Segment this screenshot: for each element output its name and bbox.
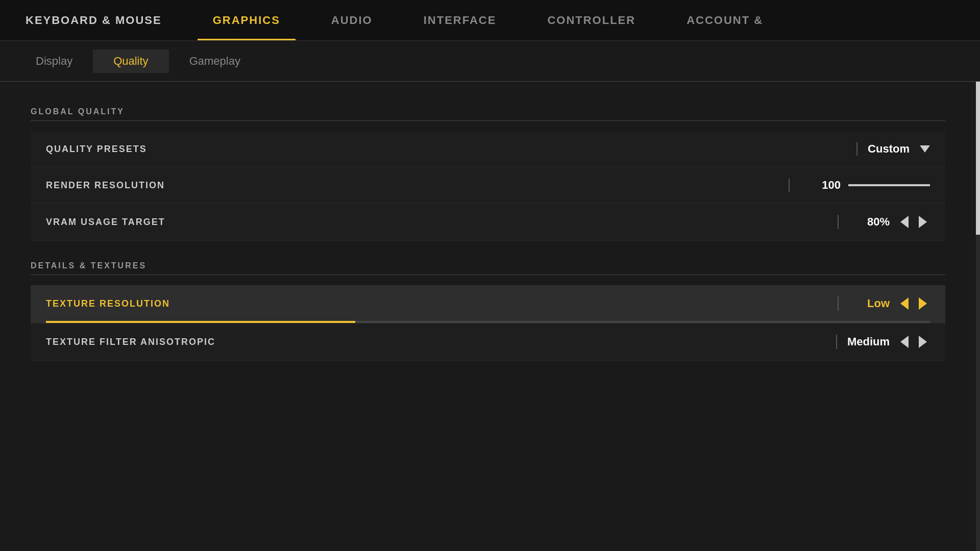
texture-filter-arrow-right-icon bbox=[919, 336, 927, 348]
quality-presets-control: Custom bbox=[726, 142, 930, 156]
texture-resolution-arrow-right-btn[interactable] bbox=[916, 296, 930, 311]
vram-label: VRAM USAGE TARGET bbox=[46, 217, 165, 228]
quality-presets-value: Custom bbox=[868, 142, 910, 156]
setting-row-vram: VRAM USAGE TARGET 80% bbox=[31, 204, 945, 241]
arrow-right-yellow-icon bbox=[919, 297, 927, 310]
texture-resolution-bar bbox=[46, 321, 930, 323]
render-resolution-label: RENDER RESOLUTION bbox=[46, 180, 165, 191]
section-details-textures: DETAILS & TEXTURES bbox=[31, 261, 945, 275]
arrow-right-icon bbox=[919, 216, 927, 228]
settings-panel: GLOBAL QUALITY QUALITY PRESETS Custom RE… bbox=[0, 82, 976, 551]
render-resolution-track[interactable] bbox=[848, 184, 930, 186]
sub-tabs: Display Quality Gameplay bbox=[0, 41, 980, 82]
scrollbar-thumb[interactable] bbox=[976, 82, 980, 235]
nav-graphics[interactable]: GRAPHICS bbox=[187, 0, 306, 40]
tab-gameplay[interactable]: Gameplay bbox=[169, 49, 261, 73]
tab-quality[interactable]: Quality bbox=[93, 49, 168, 73]
top-nav: KEYBOARD & MOUSE GRAPHICS AUDIO INTERFAC… bbox=[0, 0, 980, 41]
texture-resolution-bar-fill bbox=[46, 321, 355, 323]
vram-arrow-right-btn[interactable] bbox=[916, 215, 930, 229]
scrollbar-track[interactable] bbox=[976, 82, 980, 551]
nav-account[interactable]: ACCOUNT & bbox=[661, 0, 789, 40]
texture-resolution-label: TEXTURE RESOLUTION bbox=[46, 298, 170, 309]
vram-control: 80% bbox=[726, 215, 930, 229]
dropdown-arrow-icon[interactable] bbox=[920, 145, 930, 153]
texture-filter-label: TEXTURE FILTER ANISOTROPIC bbox=[46, 337, 215, 347]
quality-presets-dropdown[interactable]: Custom bbox=[856, 142, 930, 156]
quality-presets-label: QUALITY PRESETS bbox=[46, 144, 147, 155]
arrow-left-yellow-icon bbox=[900, 297, 909, 310]
vram-arrow-controls bbox=[897, 215, 930, 229]
nav-audio[interactable]: AUDIO bbox=[306, 0, 398, 40]
vram-arrow-left-btn[interactable] bbox=[897, 215, 912, 229]
texture-filter-value: Medium bbox=[847, 335, 890, 348]
main-content: GLOBAL QUALITY QUALITY PRESETS Custom RE… bbox=[0, 82, 980, 551]
nav-interface[interactable]: INTERFACE bbox=[398, 0, 522, 40]
render-resolution-fill bbox=[848, 184, 930, 186]
setting-row-texture-resolution: TEXTURE RESOLUTION Low bbox=[31, 285, 945, 323]
setting-row-quality-presets: QUALITY PRESETS Custom bbox=[31, 131, 945, 167]
texture-resolution-value: Low bbox=[849, 297, 890, 310]
render-resolution-control: 100 bbox=[726, 179, 930, 192]
setting-row-render-resolution: RENDER RESOLUTION 100 bbox=[31, 167, 945, 204]
texture-filter-arrow-right-btn[interactable] bbox=[916, 335, 930, 349]
texture-filter-arrow-left-icon bbox=[900, 336, 909, 348]
texture-filter-arrow-left-btn[interactable] bbox=[897, 335, 912, 349]
vram-value: 80% bbox=[849, 215, 890, 229]
nav-controller[interactable]: CONTROLLER bbox=[522, 0, 661, 40]
render-resolution-value: 100 bbox=[800, 179, 841, 192]
setting-row-texture-filter: TEXTURE FILTER ANISOTROPIC Medium bbox=[31, 323, 945, 361]
texture-resolution-arrows bbox=[897, 296, 930, 311]
arrow-left-icon bbox=[900, 216, 909, 228]
nav-keyboard-mouse[interactable]: KEYBOARD & MOUSE bbox=[0, 0, 187, 40]
section-global-quality: GLOBAL QUALITY bbox=[31, 107, 945, 121]
texture-resolution-control: Low bbox=[726, 296, 930, 311]
texture-resolution-arrow-left-btn[interactable] bbox=[897, 296, 912, 311]
render-resolution-slider: 100 bbox=[789, 179, 930, 192]
texture-filter-arrows bbox=[897, 335, 930, 349]
tab-display[interactable]: Display bbox=[15, 49, 93, 73]
texture-filter-control: Medium bbox=[726, 335, 930, 349]
